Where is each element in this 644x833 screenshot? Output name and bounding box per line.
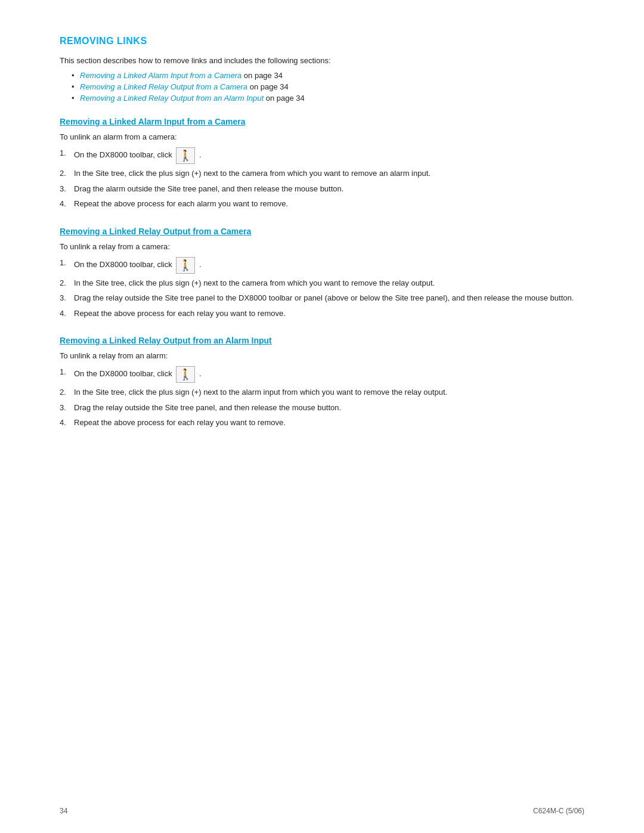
person-with-plus-icon: 🚶: [179, 150, 192, 161]
step-text: In the Site tree, click the plus sign (+…: [74, 169, 431, 178]
step-item: 1. On the DX8000 toolbar, click 🚶 .: [60, 257, 584, 274]
link-relay-output-alarm-input[interactable]: Removing a Linked Relay Output from an A…: [80, 94, 264, 103]
steps-list-alarm-input-camera: 1. On the DX8000 toolbar, click 🚶 . 2. I…: [60, 147, 584, 210]
step-text: Repeat the above process for each relay …: [74, 309, 286, 318]
step-item: 4. Repeat the above process for each ala…: [60, 198, 584, 210]
step-number: 1.: [60, 147, 66, 159]
step-number: 4.: [60, 308, 66, 320]
step-item: 3. Drag the relay outside the Site tree …: [60, 402, 584, 414]
step-item: 3. Drag the relay outside the Site tree …: [60, 292, 584, 304]
step-item: 2. In the Site tree, click the plus sign…: [60, 168, 584, 179]
step-text: In the Site tree, click the plus sign (+…: [74, 388, 447, 397]
page-ref: on page 34: [244, 71, 283, 80]
link-relay-output-camera[interactable]: Removing a Linked Relay Output from a Ca…: [80, 82, 247, 91]
subsection-relay-output-alarm-input: Removing a Linked Relay Output from an A…: [60, 336, 584, 429]
page-ref: on page 34: [250, 82, 289, 91]
step-item: 3. Drag the alarm outside the Site tree …: [60, 183, 584, 195]
step-text: Repeat the above process for each relay …: [74, 418, 286, 427]
steps-list-relay-output-alarm-input: 1. On the DX8000 toolbar, click 🚶 . 2. I…: [60, 366, 584, 429]
subsection-title-alarm-input-camera[interactable]: Removing a Linked Alarm Input from a Cam…: [60, 117, 584, 126]
doc-ref: C624M-C (5/06): [533, 807, 584, 815]
step-text: On the DX8000 toolbar, click 🚶 .: [74, 150, 202, 159]
step-number: 2.: [60, 168, 66, 179]
person-with-plus-icon: 🚶: [179, 260, 192, 271]
step-item: 4. Repeat the above process for each rel…: [60, 308, 584, 320]
step-number: 2.: [60, 386, 66, 398]
step-text: Drag the alarm outside the Site tree pan…: [74, 184, 343, 193]
step-number: 3.: [60, 402, 66, 414]
subsection-intro-relay-output-alarm-input: To unlink a relay from an alarm:: [60, 351, 584, 360]
subsection-intro-alarm-input-camera: To unlink an alarm from a camera:: [60, 132, 584, 141]
step-text: On the DX8000 toolbar, click 🚶 .: [74, 260, 202, 269]
section-title: REMOVING LINKS: [60, 36, 584, 47]
step-number: 3.: [60, 292, 66, 304]
bullet-list: Removing a Linked Alarm Input from a Cam…: [60, 71, 584, 103]
step-number: 3.: [60, 183, 66, 195]
list-item: Removing a Linked Relay Output from an A…: [72, 94, 584, 103]
step-text: Drag the relay outside the Site tree pan…: [74, 403, 341, 412]
footer: 34 C624M-C (5/06): [60, 807, 584, 815]
toolbar-icon: 🚶: [176, 257, 195, 274]
page-container: REMOVING LINKS This section describes ho…: [0, 0, 644, 833]
step-item: 2. In the Site tree, click the plus sign…: [60, 277, 584, 289]
person-with-plus-icon: 🚶: [179, 369, 192, 380]
page-number: 34: [60, 807, 67, 815]
intro-text: This section describes how to remove lin…: [60, 56, 584, 65]
step-text: On the DX8000 toolbar, click 🚶 .: [74, 369, 202, 378]
steps-list-relay-output-camera: 1. On the DX8000 toolbar, click 🚶 . 2. I…: [60, 257, 584, 320]
list-item: Removing a Linked Alarm Input from a Cam…: [72, 71, 584, 80]
subsection-title-relay-output-alarm-input[interactable]: Removing a Linked Relay Output from an A…: [60, 336, 584, 345]
step-item: 2. In the Site tree, click the plus sign…: [60, 386, 584, 398]
link-alarm-input-camera[interactable]: Removing a Linked Alarm Input from a Cam…: [80, 71, 242, 80]
step-number: 4.: [60, 417, 66, 429]
step-item: 1. On the DX8000 toolbar, click 🚶 .: [60, 366, 584, 383]
step-text: In the Site tree, click the plus sign (+…: [74, 278, 435, 287]
step-text: Repeat the above process for each alarm …: [74, 199, 288, 208]
step-item: 4. Repeat the above process for each rel…: [60, 417, 584, 429]
list-item: Removing a Linked Relay Output from a Ca…: [72, 82, 584, 91]
step-number: 1.: [60, 257, 66, 269]
subsection-alarm-input-camera: Removing a Linked Alarm Input from a Cam…: [60, 117, 584, 210]
step-number: 4.: [60, 198, 66, 210]
toolbar-icon: 🚶: [176, 147, 195, 164]
subsection-intro-relay-output-camera: To unlink a relay from a camera:: [60, 242, 584, 251]
step-number: 1.: [60, 366, 66, 378]
step-item: 1. On the DX8000 toolbar, click 🚶 .: [60, 147, 584, 164]
subsection-title-relay-output-camera[interactable]: Removing a Linked Relay Output from a Ca…: [60, 227, 584, 236]
subsection-relay-output-camera: Removing a Linked Relay Output from a Ca…: [60, 227, 584, 320]
toolbar-icon: 🚶: [176, 366, 195, 383]
page-ref: on page 34: [266, 94, 305, 103]
step-number: 2.: [60, 277, 66, 289]
step-text: Drag the relay outside the Site tree pan…: [74, 293, 574, 302]
